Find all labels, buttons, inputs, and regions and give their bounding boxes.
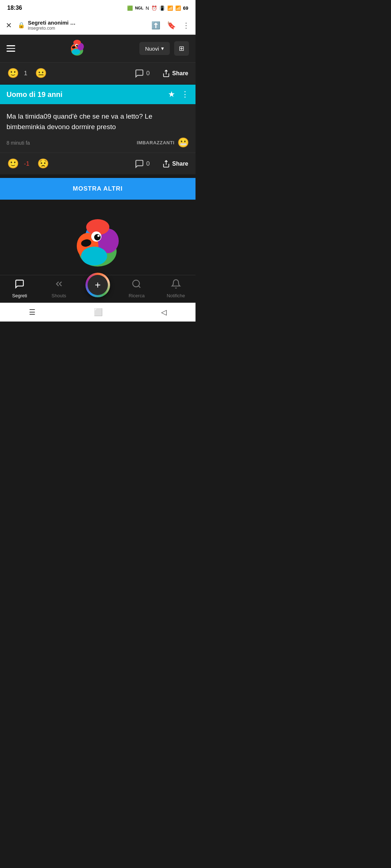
bookmark-icon[interactable]: 🔖 (167, 21, 176, 30)
share-browser-icon[interactable]: ⬆️ (151, 21, 160, 30)
share-button[interactable]: Share (162, 69, 188, 77)
signal-icon: 📶 (175, 5, 181, 11)
post-meta: 8 minuti fa IMBARAZZANTI 😬 (7, 137, 189, 148)
positive-emoji-icon[interactable]: 🙂 (7, 68, 19, 79)
segreti-nav-label: Segreti (12, 293, 27, 298)
status-bar: 18:36 🟩 NGL Ν ⏰ 📳 📶 📶 69 (0, 0, 196, 16)
menu-button[interactable] (7, 45, 15, 52)
post-text: Ma la timida09 quand'è che se ne va a le… (7, 111, 189, 132)
logo-section (0, 203, 196, 275)
post-reaction-row: 🙂 -1 😟 0 Share (0, 153, 196, 174)
post-positive-emoji-icon[interactable]: 🙂 (7, 158, 19, 169)
big-parrot-logo-icon (69, 217, 127, 268)
post-positive-count: -1 (24, 160, 29, 167)
bottom-nav: Segreti Shouts + Ricerca Notif (0, 275, 196, 303)
url-text: Segreti anonimi … insegreto.com (28, 20, 76, 31)
system-back-icon[interactable]: ◁ (161, 308, 167, 316)
shouts-nav-label: Shouts (51, 293, 66, 298)
browser-bar: ✕ 🔒 Segreti anonimi … insegreto.com ⬆️ 🔖… (0, 16, 196, 35)
app-header: Nuovi ▾ ⊞ (0, 35, 196, 63)
wifi-icon: 📶 (167, 5, 173, 11)
svg-point-17 (81, 247, 107, 265)
nav-item-shouts[interactable]: Shouts (46, 279, 72, 298)
nav-item-ricerca[interactable]: Ricerca (124, 279, 149, 298)
alarm-icon: ⏰ (151, 5, 157, 11)
system-nav: ☰ ⬜ ◁ (0, 303, 196, 322)
post-share-button[interactable]: Share (162, 160, 188, 168)
nav-item-notifiche[interactable]: Notifiche (163, 279, 189, 298)
post-comment-count: 0 (146, 160, 150, 167)
post-tag: IMBARAZZANTI 😬 (137, 137, 189, 148)
close-tab-button[interactable]: ✕ (6, 21, 12, 30)
post-share-icon (162, 160, 170, 168)
comment-button[interactable]: 0 (135, 69, 150, 78)
first-reaction-row: 🙂 1 😐 0 Share (0, 63, 196, 85)
notifiche-nav-label: Notifiche (167, 293, 185, 298)
plus-icon: + (95, 280, 101, 290)
vibrate-icon: 📳 (159, 5, 165, 11)
post-tag-label: IMBARAZZANTI (137, 140, 175, 145)
segreti-nav-icon (14, 279, 25, 292)
star-button[interactable]: ★ (168, 90, 175, 99)
bell-nav-icon (171, 279, 181, 292)
browser-actions: ⬆️ 🔖 ⋮ (151, 21, 190, 30)
status-time: 18:36 (7, 5, 22, 11)
post-comment-icon (135, 159, 144, 169)
embarrassed-emoji-icon: 😬 (177, 137, 189, 148)
nuovi-dropdown-button[interactable]: Nuovi ▾ (139, 42, 170, 55)
svg-point-22 (133, 280, 140, 287)
svg-point-20 (97, 235, 100, 237)
post-author: Uomo di 19 anni (7, 90, 168, 99)
status-icons: 🟩 NGL Ν ⏰ 📳 📶 📶 69 (127, 5, 188, 11)
comment-count: 0 (146, 70, 150, 77)
url-block: 🔒 Segreti anonimi … insegreto.com (18, 20, 146, 31)
ricerca-nav-label: Ricerca (129, 293, 144, 298)
post-negative-emoji-icon[interactable]: 😟 (37, 158, 49, 169)
mostra-altri-button[interactable]: MOSTRA ALTRI (0, 178, 196, 200)
system-home-icon[interactable]: ⬜ (94, 308, 103, 316)
svg-point-7 (76, 45, 78, 47)
lock-icon: 🔒 (18, 22, 25, 29)
filter-button[interactable]: ⊞ (174, 41, 189, 56)
post-header: Uomo di 19 anni ★ ⋮ (0, 85, 196, 104)
nfc-icon: Ν (146, 5, 149, 11)
search-nav-icon (131, 279, 142, 292)
post-body: Ma la timida09 quand'è che se ne va a le… (0, 104, 196, 153)
domain-label: insegreto.com (28, 26, 76, 31)
logo (20, 39, 135, 58)
add-button[interactable]: + (85, 273, 110, 297)
post-card: Uomo di 19 anni ★ ⋮ Ma la timida09 quand… (0, 85, 196, 174)
post-comment-button[interactable]: 0 (135, 159, 150, 169)
svg-point-8 (77, 45, 78, 46)
svg-line-23 (139, 286, 140, 288)
post-time: 8 minuti fa (7, 140, 30, 146)
svg-point-5 (72, 49, 80, 55)
nav-item-segreti[interactable]: Segreti (7, 279, 32, 298)
negative-emoji-icon[interactable]: 😐 (35, 68, 47, 79)
system-menu-icon[interactable]: ☰ (29, 308, 35, 316)
positive-count: 1 (24, 70, 27, 77)
post-options-button[interactable]: ⋮ (181, 90, 189, 99)
dropdown-arrow-icon: ▾ (161, 45, 164, 52)
notification-icon: 🟩 (127, 5, 133, 11)
svg-point-19 (94, 234, 101, 241)
content-area: 🙂 1 😐 0 Share Uomo di 19 anni ★ ⋮ Ma la … (0, 63, 196, 275)
ngl-icon: NGL (135, 6, 143, 10)
battery-icon: 69 (183, 5, 188, 11)
shouts-nav-icon (54, 279, 64, 292)
comment-icon (135, 69, 144, 78)
more-options-icon[interactable]: ⋮ (182, 21, 190, 30)
share-icon (162, 69, 170, 77)
parrot-logo-icon (68, 39, 87, 58)
page-title: Segreti anonimi … (28, 20, 76, 26)
